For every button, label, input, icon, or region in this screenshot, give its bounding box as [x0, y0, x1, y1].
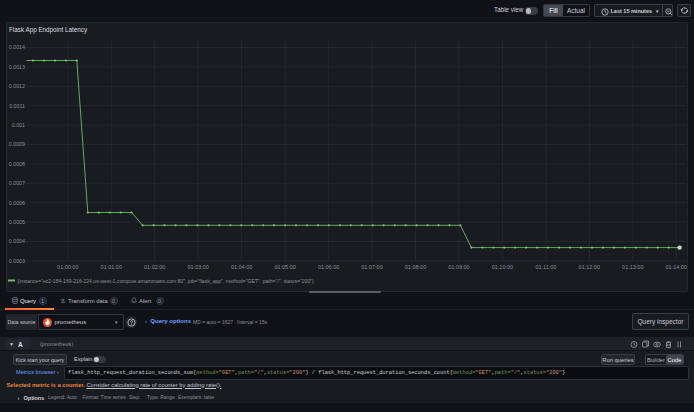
svg-text:01:08:00: 01:08:00	[405, 264, 426, 270]
svg-text:0.0013: 0.0013	[9, 64, 25, 70]
svg-text:0.0014: 0.0014	[9, 44, 25, 50]
svg-text:{instance="ec2-184-169-216-224: {instance="ec2-184-169-216-224.us-west-1…	[18, 278, 315, 284]
svg-text:01:01:00: 01:01:00	[101, 264, 122, 270]
svg-text:0.0009: 0.0009	[9, 141, 25, 147]
svg-text:0.0011: 0.0011	[9, 103, 25, 109]
svg-text:0.001: 0.001	[12, 122, 25, 128]
svg-text:01:13:00: 01:13:00	[622, 264, 643, 270]
svg-text:0.0012: 0.0012	[9, 83, 25, 89]
svg-text:01:06:00: 01:06:00	[318, 264, 339, 270]
svg-text:0.0003: 0.0003	[9, 258, 25, 264]
svg-text:01:14:00: 01:14:00	[665, 264, 686, 270]
svg-text:0.0007: 0.0007	[9, 180, 25, 186]
svg-text:01:11:00: 01:11:00	[535, 264, 556, 270]
svg-text:01:02:00: 01:02:00	[144, 264, 165, 270]
svg-text:01:07:00: 01:07:00	[361, 264, 382, 270]
svg-text:0.0005: 0.0005	[9, 219, 25, 225]
svg-text:0.0008: 0.0008	[9, 161, 25, 167]
svg-text:01:00:00: 01:00:00	[57, 264, 78, 270]
svg-text:0.0006: 0.0006	[9, 200, 25, 206]
svg-text:01:04:00: 01:04:00	[231, 264, 252, 270]
svg-text:01:10:00: 01:10:00	[492, 264, 513, 270]
svg-text:01:05:00: 01:05:00	[274, 264, 295, 270]
svg-text:01:03:00: 01:03:00	[187, 264, 208, 270]
svg-text:01:12:00: 01:12:00	[579, 264, 600, 270]
svg-text:0.0004: 0.0004	[9, 238, 25, 244]
svg-text:01:09:00: 01:09:00	[448, 264, 469, 270]
